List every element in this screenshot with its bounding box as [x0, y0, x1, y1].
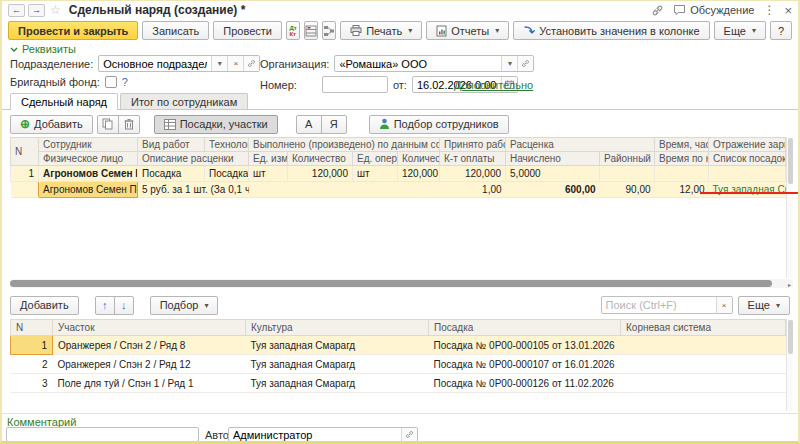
cell-operation-unit[interactable]: шт	[353, 166, 398, 182]
col-unit[interactable]: Ед. изм.	[249, 152, 288, 166]
move-down-button[interactable]: ↓	[114, 296, 134, 315]
col-salary-reflection-group[interactable]: Отражение зарплаты в учете	[709, 138, 786, 152]
cell-plot[interactable]: Поле для туй / Спэн 1 / Ряд 1	[53, 374, 246, 393]
col-person[interactable]: Физическое лицо	[39, 152, 138, 166]
cell-person-active[interactable]: Агрономов Семен Петрович	[39, 182, 138, 198]
search-input[interactable]	[602, 297, 716, 313]
plantings-plots-toggle[interactable]: Посадки, участки	[154, 115, 278, 134]
cell-planting[interactable]: Посадка № 0Р00-000105 от 13.01.2026	[429, 336, 621, 355]
cell-culture[interactable]: Туя западная Смарагд	[246, 336, 429, 355]
col-quantity[interactable]: Количество	[288, 152, 353, 166]
register-records-button[interactable]	[304, 21, 318, 40]
col-tech-operation[interactable]: Технологическая опер..	[205, 138, 249, 152]
clear-button[interactable]: ×	[227, 56, 243, 71]
brigade-fund-checkbox[interactable]	[105, 76, 117, 88]
author-field[interactable]	[228, 427, 418, 442]
dropdown-button[interactable]: ▾	[501, 56, 517, 71]
col-accepted-group[interactable]: Принято работ	[440, 138, 506, 152]
open-link-button[interactable]	[401, 428, 417, 441]
cell-rate-description[interactable]: 5 руб. за 1 шт. (За 0,1 час.)	[138, 182, 249, 198]
discussion-button[interactable]: Обсуждение	[673, 4, 754, 16]
cell-quantity[interactable]: 120,000	[288, 166, 353, 182]
nav-forward-button[interactable]: →	[28, 4, 45, 17]
author-input[interactable]	[229, 428, 401, 441]
table-row-line1[interactable]: 1 Агрономов Семен Петрович Посадка Посад…	[11, 166, 786, 182]
col-employee[interactable]: Сотрудник	[39, 138, 138, 152]
more-button[interactable]: Еще▾	[714, 21, 766, 40]
cell-root-system[interactable]	[621, 336, 786, 355]
search-clear-icon[interactable]: ×	[716, 297, 732, 313]
cell-employee[interactable]: Агрономов Семен Петрович	[39, 166, 138, 182]
table-row[interactable]: 3 Поле для туй / Спэн 1 / Ряд 1 Туя запа…	[11, 374, 786, 393]
cell-plot[interactable]: Оранжерея / Спэн 2 / Ряд 8	[53, 336, 246, 355]
selection-button[interactable]: Подбор▾	[150, 296, 219, 315]
cell-rate[interactable]: 5,0000	[506, 166, 600, 182]
nav-back-button[interactable]: ←	[8, 4, 25, 17]
col-pay-coef[interactable]: К-т оплаты	[440, 152, 506, 166]
cell-plant-list[interactable]: Туя западная Смарагд, Туя западн..	[709, 182, 786, 198]
cell-pay-coef[interactable]: 1,00	[440, 182, 506, 198]
col-quantity-2[interactable]: Количество	[398, 152, 440, 166]
table-row[interactable]: 2 Оранжерея / Спэн 2 / Ряд 12 Туя западн…	[11, 355, 786, 374]
copy-row-button[interactable]	[97, 115, 119, 134]
cell-accrued[interactable]: 600,00	[506, 182, 600, 198]
cell-empty[interactable]	[353, 182, 398, 198]
organization-field[interactable]: ▾	[334, 55, 534, 72]
cell-tech-operation[interactable]: Посадка	[205, 166, 249, 182]
subordination-structure-button[interactable]	[322, 21, 336, 40]
cell-time-norm[interactable]: 12,00	[655, 182, 709, 198]
organization-input[interactable]	[335, 56, 501, 71]
cell-empty[interactable]	[655, 166, 709, 182]
col-n[interactable]: N	[11, 138, 39, 166]
tab-employee-totals[interactable]: Итог по сотрудникам	[120, 93, 248, 109]
upper-table-vscrollbar[interactable]	[786, 137, 793, 278]
cell-n[interactable]: 1	[11, 336, 53, 355]
close-icon[interactable]: ×	[784, 3, 792, 18]
favorite-star-icon[interactable]: ☆	[50, 3, 61, 17]
cell-empty[interactable]	[249, 182, 288, 198]
cell-root-system[interactable]	[621, 374, 786, 393]
cell-root-system[interactable]	[621, 355, 786, 374]
cell-empty[interactable]	[398, 182, 440, 198]
dropdown-button[interactable]: ▾	[211, 56, 227, 71]
requisites-collapse-toggle[interactable]: Реквизиты	[10, 43, 76, 55]
cell-unit[interactable]: шт	[249, 166, 288, 182]
comment-input[interactable]	[7, 428, 198, 441]
cell-district-coef[interactable]: 90,00	[600, 182, 655, 198]
post-and-close-button[interactable]: Провести и закрыть	[8, 21, 138, 40]
cell-n[interactable]: 3	[11, 374, 53, 393]
cell-accepted[interactable]: 120,000	[440, 166, 506, 182]
number-input[interactable]	[323, 77, 387, 92]
help-button[interactable]: ?	[770, 21, 792, 40]
col-district-coef[interactable]: Районный к-т	[600, 152, 655, 166]
cell-culture[interactable]: Туя западная Смарагд	[246, 355, 429, 374]
cell-quantity-2[interactable]: 120,000	[398, 166, 440, 182]
col-plant-list[interactable]: Список посадок, участков, культур	[709, 152, 786, 166]
move-up-button[interactable]: ↑	[95, 296, 115, 315]
open-link-button[interactable]	[517, 56, 533, 71]
set-column-values-button[interactable]: Установить значения в колонке	[513, 21, 709, 40]
cell-n[interactable]: 1	[11, 166, 39, 182]
department-input[interactable]	[99, 56, 211, 71]
col-time-norm[interactable]: Время по норме, ч..	[655, 152, 709, 166]
upper-table-hscrollbar[interactable]: ▸	[10, 279, 793, 288]
lower-table-vscrollbar[interactable]	[786, 319, 793, 411]
col-operation-unit[interactable]: Ед. операции	[353, 152, 398, 166]
cell-empty[interactable]	[288, 182, 353, 198]
department-field[interactable]: ▾ ×	[98, 55, 260, 72]
cell-work-type[interactable]: Посадка	[138, 166, 205, 182]
add-row-button[interactable]: ⊕ Добавить	[10, 115, 93, 134]
tab-piecework-order[interactable]: Сдельный наряд	[10, 93, 118, 110]
cell-culture[interactable]: Туя западная Смарагд	[246, 374, 429, 393]
add-plot-button[interactable]: Добавить	[10, 296, 79, 315]
cell-empty[interactable]	[709, 166, 786, 182]
col-work-type[interactable]: Вид работ	[138, 138, 205, 152]
show-postings-button[interactable]: ДтКт	[286, 21, 300, 40]
comment-field[interactable]	[6, 427, 199, 442]
lower-more-button[interactable]: Еще▾	[738, 296, 790, 315]
print-button[interactable]: Печать▾	[340, 21, 422, 40]
col-plot[interactable]: Участок	[53, 320, 246, 336]
col-time-group[interactable]: Время, час.	[655, 138, 709, 152]
sort-desc-button[interactable]: Я	[321, 115, 347, 134]
reports-button[interactable]: Отчеты▾	[426, 21, 509, 40]
